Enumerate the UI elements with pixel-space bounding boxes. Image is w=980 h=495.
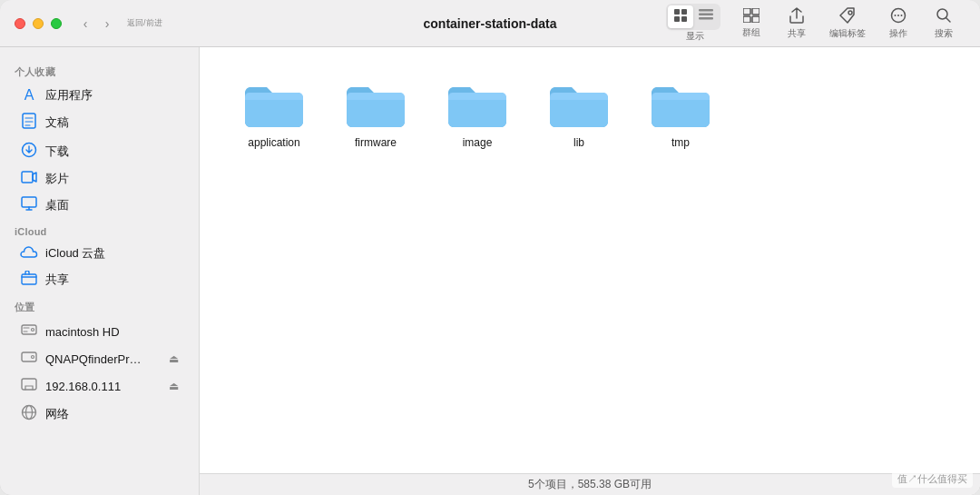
qnap-eject-icon[interactable]: ⏏ <box>169 352 179 365</box>
movies-icon <box>20 171 38 187</box>
action-label: 操作 <box>889 27 907 40</box>
sidebar-ip-label: 192.168.0.111 <box>45 380 121 393</box>
svg-point-16 <box>937 9 947 19</box>
svg-rect-2 <box>674 16 680 22</box>
location-section-title: 位置 <box>0 293 199 318</box>
action-button[interactable]: 操作 <box>877 4 920 44</box>
sidebar-item-shared[interactable]: 共享 <box>5 266 193 293</box>
sidebar-desktop-label: 桌面 <box>45 197 69 213</box>
sidebar-item-macintosh-hd[interactable]: macintosh HD <box>5 318 193 345</box>
svg-rect-1 <box>681 9 687 15</box>
sidebar-item-movies[interactable]: 影片 <box>5 166 193 192</box>
minimize-button[interactable] <box>33 18 44 29</box>
downloads-icon <box>20 142 38 162</box>
ip-icon <box>20 377 38 395</box>
sidebar-item-qnap[interactable]: QNAPQfinderPr… ⏏ <box>5 345 193 372</box>
svg-point-14 <box>897 15 899 16</box>
svg-rect-20 <box>22 197 36 207</box>
sidebar-item-ip[interactable]: 192.168.0.111 ⏏ <box>5 372 193 400</box>
sidebar-apps-label: 应用程序 <box>45 87 93 104</box>
sidebar-shared-label: 共享 <box>45 272 69 288</box>
toolbar-right: 显示 群组 <box>666 4 965 44</box>
maximize-button[interactable] <box>51 18 62 29</box>
svg-rect-17 <box>23 114 35 128</box>
hd-icon <box>20 322 38 341</box>
sidebar-item-desktop[interactable]: 桌面 <box>5 192 193 219</box>
traffic-lights <box>15 18 62 29</box>
folder-image[interactable]: image <box>432 69 523 156</box>
file-grid: application firmware <box>200 47 980 473</box>
svg-rect-0 <box>674 9 680 15</box>
sidebar-hd-label: macintosh HD <box>45 325 120 339</box>
personal-section-title: 个人收藏 <box>0 58 199 83</box>
group-label: 群组 <box>742 26 760 39</box>
icon-view-button[interactable] <box>668 5 693 28</box>
titlebar: ‹ › 返回/前进 container-station-data <box>0 0 980 47</box>
svg-rect-7 <box>743 8 750 15</box>
folder-tmp-label: tmp <box>671 136 690 149</box>
folder-lib-label: lib <box>573 136 584 149</box>
list-view-button[interactable] <box>693 6 719 27</box>
folder-firmware[interactable]: firmware <box>330 69 421 156</box>
display-label: 显示 <box>686 30 704 43</box>
search-button[interactable]: 搜索 <box>922 4 965 44</box>
folder-application[interactable]: application <box>229 69 319 156</box>
apps-icon: A <box>20 87 38 104</box>
sidebar-item-network[interactable]: 网络 <box>5 400 193 429</box>
svg-rect-6 <box>699 17 713 20</box>
svg-point-23 <box>32 329 34 332</box>
icloud-icon <box>20 245 38 262</box>
forward-button[interactable]: › <box>98 15 116 33</box>
svg-point-15 <box>901 15 903 16</box>
ip-eject-icon[interactable]: ⏏ <box>169 380 179 392</box>
edit-tag-label: 编辑标签 <box>829 27 866 40</box>
sidebar-item-docs[interactable]: 文稿 <box>5 108 193 137</box>
window-title: container-station-data <box>423 16 556 31</box>
group-button[interactable]: 群组 <box>730 5 773 43</box>
group-icon <box>743 8 760 25</box>
back-button[interactable]: ‹ <box>76 15 94 33</box>
svg-point-25 <box>32 356 34 359</box>
share-button[interactable]: 共享 <box>775 4 818 44</box>
svg-rect-5 <box>699 14 713 16</box>
sidebar-movies-label: 影片 <box>45 171 69 187</box>
content-area: application firmware <box>200 47 980 495</box>
folder-firmware-icon <box>343 76 408 131</box>
sidebar-item-downloads[interactable]: 下载 <box>5 137 193 166</box>
action-icon <box>890 7 906 26</box>
svg-rect-10 <box>752 16 760 23</box>
sidebar-item-apps[interactable]: A 应用程序 <box>5 83 193 108</box>
share-icon <box>789 7 804 26</box>
svg-rect-21 <box>22 274 36 284</box>
folder-image-icon <box>445 76 510 131</box>
folder-tmp[interactable]: tmp <box>635 69 726 156</box>
search-label: 搜索 <box>935 27 953 40</box>
nav-buttons: ‹ › <box>76 15 116 33</box>
shared-icon <box>20 271 38 289</box>
watermark: 值↗什么值得买 <box>892 470 973 488</box>
edit-tag-button[interactable]: 编辑标签 <box>820 4 875 44</box>
main-area: 个人收藏 A 应用程序 文稿 <box>0 47 980 495</box>
close-button[interactable] <box>15 18 25 29</box>
docs-icon <box>20 113 38 133</box>
svg-rect-26 <box>22 379 36 390</box>
view-toggle[interactable] <box>666 4 720 30</box>
svg-rect-19 <box>22 172 33 183</box>
sidebar-downloads-label: 下载 <box>45 144 69 160</box>
folder-lib-icon <box>546 76 612 131</box>
folder-firmware-label: firmware <box>355 136 397 149</box>
folder-image-label: image <box>463 136 493 149</box>
sidebar-icloud-label: iCloud 云盘 <box>45 245 105 262</box>
folder-tmp-icon <box>648 76 713 131</box>
svg-rect-4 <box>699 9 713 12</box>
share-label: 共享 <box>788 27 806 40</box>
tag-icon <box>839 7 856 26</box>
svg-point-11 <box>848 11 852 15</box>
statusbar-text: 5个项目，585.38 GB可用 <box>528 477 652 492</box>
desktop-icon <box>20 196 38 214</box>
icloud-section-title: iCloud <box>0 219 199 241</box>
sidebar-docs-label: 文稿 <box>45 114 69 131</box>
sidebar: 个人收藏 A 应用程序 文稿 <box>0 47 200 495</box>
sidebar-item-icloud[interactable]: iCloud 云盘 <box>5 241 193 266</box>
folder-lib[interactable]: lib <box>534 69 624 156</box>
